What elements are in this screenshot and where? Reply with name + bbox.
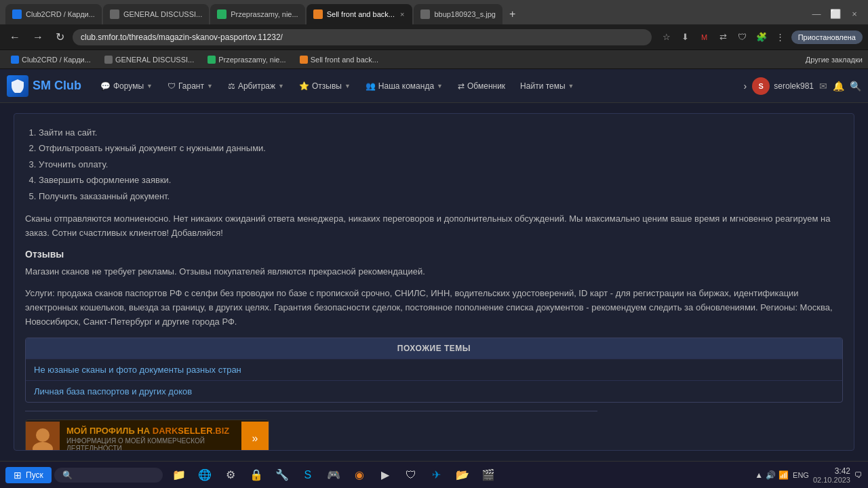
bookmark-label: Club2CRD / Карди... bbox=[22, 56, 91, 64]
tab-favicon bbox=[420, 9, 430, 19]
divider bbox=[25, 411, 597, 411]
nav-exchange[interactable]: ⇄ Обменник bbox=[451, 77, 512, 95]
taskbar-app-icons: 📁 🌐 ⚙ 🔒 🔧 S 🎮 ◉ ▶ 🛡 ✈ 📂 🎬 bbox=[168, 464, 499, 486]
bell-icon[interactable]: 🔔 bbox=[833, 81, 844, 92]
new-tab-button[interactable]: + bbox=[504, 4, 521, 24]
bookmark-favicon bbox=[208, 56, 216, 64]
taskbar-search-input[interactable] bbox=[54, 468, 163, 483]
tab-sell-front[interactable]: Sell front and back... × bbox=[307, 4, 413, 24]
tab-label: Sell front and back... bbox=[327, 10, 395, 18]
banner-arrow-icon[interactable]: » bbox=[241, 422, 269, 451]
chevron-down-icon: ▼ bbox=[344, 83, 351, 89]
restore-icon[interactable]: ⬜ bbox=[827, 5, 844, 22]
taskbar-app-settings[interactable]: ⚙ bbox=[220, 464, 241, 486]
dark-seller-banner[interactable]: МОЙ ПРОФИЛЬ НА DARKSELLER.BIZ ИНФОРМАЦИЯ… bbox=[25, 420, 269, 451]
tab-przepraszamy[interactable]: Przepraszamy, nie... bbox=[210, 4, 304, 24]
forums-icon: 💬 bbox=[100, 81, 111, 91]
reviews-section-title: Отзывы bbox=[25, 249, 843, 260]
logo-shield-icon bbox=[7, 75, 28, 97]
close-tab-icon[interactable]: × bbox=[399, 9, 406, 20]
network-icon[interactable]: 📶 bbox=[778, 470, 789, 480]
taskbar-app-telegram[interactable]: ✈ bbox=[426, 464, 448, 486]
taskbar-app-skype[interactable]: S bbox=[297, 464, 319, 486]
similar-topics-block: ПОХОЖИЕ ТЕМЫ Не юзаные сканы и фото доку… bbox=[25, 338, 843, 403]
tab-club2crd[interactable]: Club2CRD / Карди... bbox=[5, 4, 102, 24]
shield-icon[interactable]: 🛡 bbox=[734, 29, 751, 45]
arbitrage-icon: ⚖ bbox=[228, 81, 235, 91]
step-5: Получить заказанный документ. bbox=[39, 188, 843, 204]
banner-avatar bbox=[26, 422, 60, 451]
nav-reviews[interactable]: ⭐ Отзывы ▼ bbox=[292, 77, 357, 95]
banner-title: МОЙ ПРОФИЛЬ НА DARKSELLER.BIZ bbox=[66, 426, 235, 436]
taskbar-app-video[interactable]: 🎬 bbox=[477, 464, 499, 486]
bookmark-favicon bbox=[300, 56, 308, 64]
tray-up-icon[interactable]: ▲ bbox=[755, 470, 763, 480]
browser-frame: Club2CRD / Карди... GENERAL DISCUSSI... … bbox=[0, 0, 868, 488]
taskbar-app-vpn[interactable]: 🛡 bbox=[400, 464, 422, 486]
bookmark-club2crd[interactable]: Club2CRD / Карди... bbox=[5, 54, 96, 66]
language-badge[interactable]: ENG bbox=[793, 471, 809, 479]
tab-bbup[interactable]: bbup180923_s.jpg bbox=[414, 4, 502, 24]
taskbar-app-explorer[interactable]: 📂 bbox=[452, 464, 473, 486]
close-browser-icon[interactable]: × bbox=[846, 5, 863, 22]
description-line2: Услуги: продажа сканов паспортов РФ с се… bbox=[25, 287, 843, 329]
forward-button[interactable]: → bbox=[28, 28, 47, 46]
back-button[interactable]: ← bbox=[5, 28, 24, 46]
windows-icon: ⊞ bbox=[14, 470, 22, 481]
volume-icon[interactable]: 🔊 bbox=[766, 470, 776, 480]
taskbar-app-security[interactable]: 🔒 bbox=[245, 464, 267, 486]
user-avatar: S bbox=[752, 77, 770, 95]
reload-button[interactable]: ↻ bbox=[52, 28, 68, 46]
bookmark-general[interactable]: GENERAL DISCUSSI... bbox=[99, 54, 199, 66]
taskbar-app-media[interactable]: ▶ bbox=[374, 464, 396, 486]
start-button[interactable]: ⊞ Пуск bbox=[5, 467, 52, 483]
translate-icon[interactable]: ⇄ bbox=[715, 29, 732, 45]
promo-text: Сканы отправляются молниеносно. Нет ника… bbox=[25, 212, 843, 241]
topic-link-1[interactable]: Не юзаные сканы и фото документы разных … bbox=[26, 359, 842, 380]
notifications-icon[interactable]: 🗨 bbox=[854, 470, 863, 480]
bookmark-star-icon[interactable]: ☆ bbox=[658, 29, 675, 45]
gmail-icon[interactable]: M bbox=[696, 29, 713, 45]
taskbar-app-browser1[interactable]: 🌐 bbox=[194, 464, 216, 486]
nav-arbitrage[interactable]: ⚖ Арбитраж ▼ bbox=[221, 77, 291, 95]
nav-garant[interactable]: 🛡 Гарант ▼ bbox=[161, 77, 220, 95]
logo-text: SM Club bbox=[33, 79, 81, 93]
taskbar-app-file[interactable]: 📁 bbox=[168, 464, 190, 486]
step-2: Отфильтровать нужный документ с нужными … bbox=[39, 140, 843, 156]
taskbar-app-game[interactable]: 🎮 bbox=[323, 464, 344, 486]
steps-list: Зайти на сайт. Отфильтровать нужный доку… bbox=[39, 125, 843, 204]
url-input[interactable] bbox=[73, 29, 652, 45]
download-icon[interactable]: ⬇ bbox=[677, 29, 694, 45]
minimize-icon[interactable]: — bbox=[808, 5, 825, 22]
taskbar-app-tool[interactable]: 🔧 bbox=[271, 464, 293, 486]
search-icon[interactable]: 🔍 bbox=[850, 81, 861, 92]
tab-favicon bbox=[217, 9, 226, 19]
tab-general[interactable]: GENERAL DISCUSSI... bbox=[103, 4, 209, 24]
svg-point-0 bbox=[36, 428, 50, 442]
taskbar-app-browser2[interactable]: ◉ bbox=[349, 464, 370, 486]
other-bookmarks[interactable]: Другие закладки bbox=[806, 56, 863, 64]
nav-team[interactable]: 👥 Наша команда ▼ bbox=[359, 77, 450, 95]
menu-icon[interactable]: ⋮ bbox=[772, 29, 789, 45]
username: serolek981 bbox=[774, 81, 814, 91]
nav-more-button[interactable]: › bbox=[744, 81, 747, 92]
topic-link-2[interactable]: Личная база паспортов и других доков bbox=[26, 380, 842, 402]
system-tray-icons: ▲ 🔊 📶 bbox=[755, 470, 789, 480]
chevron-down-icon: ▼ bbox=[146, 83, 153, 89]
bookmark-przepraszamy[interactable]: Przepraszamy, nie... bbox=[202, 54, 291, 66]
bookmark-label: GENERAL DISCUSSI... bbox=[115, 56, 194, 64]
nav-forums[interactable]: 💬 Форумы ▼ bbox=[94, 77, 159, 95]
tab-favicon bbox=[110, 9, 119, 19]
main-nav: 💬 Форумы ▼ 🛡 Гарант ▼ ⚖ Арбитраж ▼ ⭐ Отз… bbox=[94, 77, 738, 95]
toolbar-icons: ☆ ⬇ M ⇄ 🛡 🧩 ⋮ Приостановлена bbox=[658, 29, 863, 45]
site-header: SM Club 💬 Форумы ▼ 🛡 Гарант ▼ ⚖ Арбитраж… bbox=[0, 69, 868, 103]
nav-right: S serolek981 ✉ 🔔 🔍 bbox=[752, 77, 861, 95]
profile-button[interactable]: Приостановлена bbox=[791, 30, 863, 44]
date: 02.10.2023 bbox=[813, 476, 850, 484]
bookmark-label: Sell front and back... bbox=[311, 56, 378, 64]
extensions-icon[interactable]: 🧩 bbox=[753, 29, 770, 45]
bookmark-sell-front[interactable]: Sell front and back... bbox=[294, 54, 384, 66]
mail-icon[interactable]: ✉ bbox=[819, 81, 827, 92]
chevron-down-icon: ▼ bbox=[437, 83, 443, 89]
nav-find-topics[interactable]: Найти темы ▼ bbox=[513, 77, 580, 95]
